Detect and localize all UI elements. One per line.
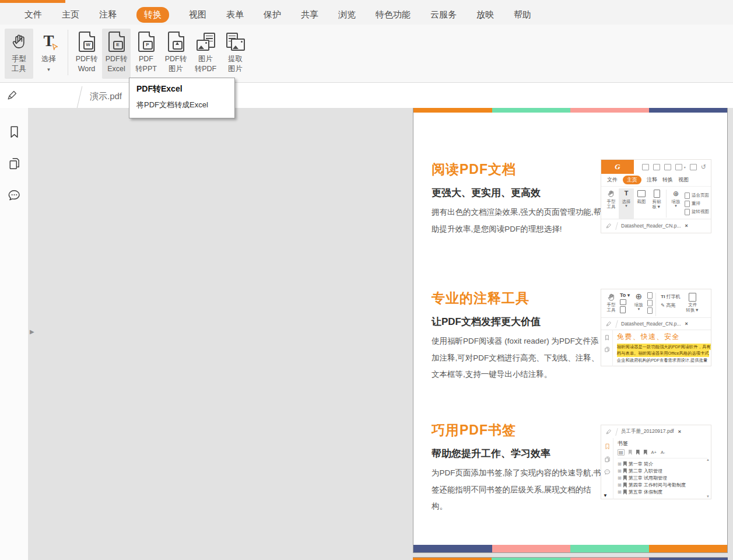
menu-item-file[interactable]: 文件 (24, 9, 42, 20)
hand-icon (607, 292, 616, 302)
tool-label: PDF转 (165, 55, 187, 63)
menu-item-share[interactable]: 共享 (301, 9, 318, 20)
zoom-icon: ⊕ (673, 188, 679, 199)
pencil-edit-icon (605, 320, 612, 327)
mini-menu-view: 视图 (678, 176, 689, 184)
mini-menu-file: 文件 (607, 176, 618, 184)
hand-tool-button[interactable]: 手型工具 (5, 29, 33, 79)
section-heading: 阅读PDF文档 (432, 160, 602, 178)
section-read-pdf: 阅读PDF文档 更强大、更实用、更高效 拥有出色的文档渲染效果,强大的页面管理功… (432, 160, 602, 237)
pdf-page-next (413, 557, 728, 560)
bookmark-icon (623, 461, 627, 467)
screenshot-bookmarks-ui: 员工手册_20120917.pdf × ▼ 书签 (601, 425, 711, 499)
pdf-to-excel-tooltip: PDF转Excel 将PDF文档转成Excel (129, 78, 235, 118)
menu-item-form[interactable]: 表单 (226, 9, 244, 20)
close-icon: × (678, 429, 681, 435)
bookmarks-panel-button[interactable] (6, 124, 22, 140)
mini-clipboard-tool: 剪贴板▼ (649, 188, 664, 219)
fit-page-option: 适合页面 (685, 192, 709, 199)
pages-icon (604, 456, 611, 463)
comments-panel-button[interactable] (6, 188, 22, 204)
panel-expand-arrow[interactable]: ▶ (30, 328, 34, 335)
extract-image-button[interactable]: 提取图片 (221, 29, 250, 79)
select-text-icon: T (625, 188, 629, 199)
convert-toolbar: 手型工具 T 选择▼ W PDF转Word E PDF转Excel P PDF转… (0, 24, 733, 83)
pdf-to-excel-icon: E (108, 32, 125, 52)
menu-bar: 文件 主页 注释 转换 视图 表单 保护 共享 浏览 特色功能 云服务 放映 帮… (0, 0, 733, 25)
bookmark-row: ⊞第五章 休假制度 (618, 489, 707, 496)
mini-tab-filename: Datasheet_Reader_CN.p... (621, 223, 681, 229)
menu-item-features[interactable]: 特色功能 (376, 9, 411, 20)
menu-item-comment[interactable]: 注释 (99, 9, 117, 20)
section-body: 拥有出色的文档渲染效果,强大的页面管理功能,帮助提升效率,是您阅读PDF的理想选… (432, 204, 602, 237)
tab-slant (615, 428, 618, 436)
menu-item-home[interactable]: 主页 (62, 9, 79, 20)
section-body: 使用福昕PDF阅读器 (foxit reader) 为PDF文件添加注释,可对P… (432, 333, 602, 383)
section-subheading: 让PDF文档发挥更大价值 (432, 315, 602, 328)
menu-item-cloud[interactable]: 云服务 (430, 9, 457, 20)
pdf-to-ppt-icon: P (138, 32, 155, 52)
bookmark-icon (623, 468, 627, 474)
open-icon (642, 164, 649, 170)
mini-tab-filename: 员工手册_20120917.pdf (621, 428, 674, 435)
bookmark-icon-active (604, 443, 611, 450)
badge-e: E (113, 41, 123, 50)
mini-hand-tool: 手型工具 (604, 292, 619, 317)
caret-down-icon: ▾ (684, 165, 686, 169)
pdf-to-word-icon: W (79, 32, 95, 52)
tab-slant (615, 320, 618, 328)
pages-panel-button[interactable] (6, 156, 22, 172)
main-area: ▶ 阅读PDF文档 更强大、更实用、更高效 拥有出色的文档渲染效果,强大的页面管… (0, 108, 733, 560)
select-tool-button[interactable]: T 选择▼ (34, 29, 63, 79)
print-icon (664, 164, 671, 170)
tool-label: PDF (139, 55, 153, 63)
menu-item-browse[interactable]: 浏览 (338, 9, 356, 20)
page-top-color-bar (413, 108, 727, 113)
bookmark-up-icon (636, 450, 640, 455)
menu-item-convert-active[interactable]: 转换 (136, 7, 169, 23)
dropdown-caret: ▼ (47, 67, 51, 72)
pencil-edit-icon[interactable] (6, 89, 19, 102)
highlight-pen-icon: ✎ (661, 303, 665, 308)
highlighted-text-line: 档与表单。福昕阅读器采用Office风格的选项卡式 (617, 350, 709, 356)
rotate-view-option: 旋转视图 (685, 209, 709, 215)
section-subheading: 帮助您提升工作、学习效率 (432, 447, 602, 460)
tool-label: 选择 (41, 55, 56, 63)
tool-label: 图片 (228, 65, 243, 73)
save-icon (653, 164, 660, 170)
page-top-color-bar (413, 558, 728, 560)
navigation-sidebar (0, 108, 29, 560)
tool-label: 手型 (12, 55, 26, 63)
text-smaller-icon: A- (661, 450, 665, 455)
bookmark-icon (623, 482, 627, 488)
comment-icon (604, 468, 611, 476)
extract-image-icon (226, 33, 245, 51)
undo-icon: ↺ (701, 164, 706, 170)
page-bottom-color-bar (413, 545, 727, 552)
pdf-to-excel-button[interactable]: E PDF转Excel (102, 29, 131, 79)
section-heading: 专业的注释工具 (432, 289, 602, 307)
mini-page-stack (647, 292, 653, 317)
image-to-pdf-button[interactable]: 图片转PDF (191, 29, 220, 79)
menu-item-protect[interactable]: 保护 (264, 9, 281, 20)
hand-icon (10, 29, 28, 54)
scroll-down-icon: ▼ (706, 495, 710, 498)
pdf-to-ppt-button[interactable]: P PDF转PPT (132, 29, 160, 79)
menu-item-help[interactable]: 帮助 (514, 9, 531, 20)
pdf-to-word-button[interactable]: W PDF转Word (72, 29, 101, 79)
menu-item-present[interactable]: 放映 (476, 9, 494, 20)
tool-label: 转PDF (195, 65, 217, 73)
mini-select-stack: To ▾ (620, 292, 630, 317)
mini-zoom-tool: ⊕ 缩放▼ (668, 188, 683, 219)
tool-label: 工具 (12, 65, 26, 73)
rotate-view-icon (647, 307, 653, 314)
select-text-icon: T (41, 32, 57, 51)
image-to-pdf-icon (197, 33, 215, 51)
close-icon: × (685, 321, 688, 327)
section-subheading: 更强大、更实用、更高效 (432, 186, 602, 200)
menu-item-view[interactable]: 视图 (189, 9, 206, 20)
fit-page-icon (685, 192, 690, 199)
document-canvas[interactable]: 阅读PDF文档 更强大、更实用、更高效 拥有出色的文档渲染效果,强大的页面管理功… (29, 108, 733, 560)
mini-select-tool: T 选择▼ (619, 188, 634, 219)
pdf-to-image-button[interactable]: PDF转图片 (162, 29, 190, 79)
